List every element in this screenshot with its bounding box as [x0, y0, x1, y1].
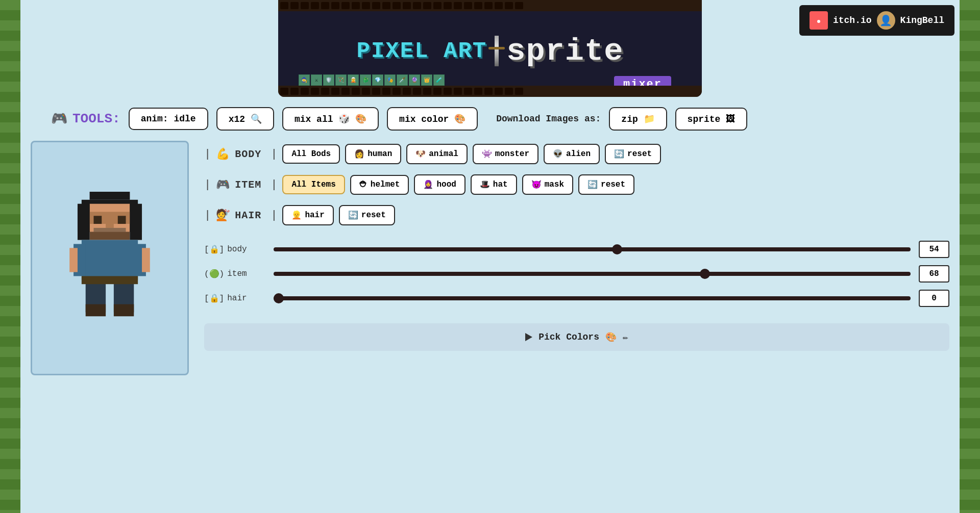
- mask-button[interactable]: 😈 mask: [522, 174, 573, 195]
- sprite-icon: 🗡️: [397, 74, 408, 86]
- monster-button[interactable]: 👾 monster: [473, 144, 538, 164]
- body-lock-icon: [🔒]: [204, 244, 224, 254]
- hair-reset-icon: 🔄: [348, 210, 358, 220]
- hair-person-icon: 👱: [291, 210, 302, 220]
- sprite-icon: 💎: [372, 74, 383, 86]
- body-label: BODY: [235, 148, 265, 160]
- sprite-icon: 🧪: [433, 74, 445, 86]
- filmstrip-hole: [464, 2, 472, 9]
- pipe-item: |: [204, 178, 211, 191]
- sprite-icon: 🧝: [348, 74, 359, 86]
- body-slider[interactable]: [274, 247, 911, 251]
- pipe-hair2: |: [271, 209, 277, 222]
- body-slider-label: body: [227, 245, 247, 254]
- filmstrip-hole: [341, 88, 350, 95]
- mix-all-label: mix all 🎲 🎨: [295, 113, 366, 124]
- body-reset-button[interactable]: 🔄 reset: [605, 144, 661, 164]
- body-selector-row: | 💪 BODY | All Bods 👩 human 🐶 animal 👾 m…: [204, 141, 949, 167]
- filmstrip-hole: [423, 2, 431, 9]
- sprite-icon: 🔮: [409, 74, 420, 86]
- filmstrip-hole: [352, 88, 360, 95]
- item-circle-icon: (🟢): [204, 269, 224, 279]
- helmet-label: helmet: [371, 180, 400, 189]
- svg-rect-13: [78, 204, 90, 240]
- filmstrip-hole: [382, 2, 390, 9]
- banner-container: PIXEL ART sprite mixer 🧙 ⚔️ 🛡️ 🏹 🧝 🐉 💎 🎭…: [278, 0, 702, 97]
- hair-selector-row: | 💇 HAIR | 👱 hair 🔄 reset: [204, 202, 949, 228]
- item-reset-button[interactable]: 🔄 reset: [578, 174, 634, 195]
- filmstrip-hole: [454, 2, 462, 9]
- filmstrip-hole: [352, 2, 360, 9]
- filmstrip-hole: [341, 2, 350, 9]
- user-avatar: 👤: [877, 11, 895, 30]
- tools-section: 🎮 TOOLS: anim: idle x12 🔍 mix all 🎲 🎨 mi…: [0, 107, 980, 141]
- filmstrip-hole: [280, 88, 288, 95]
- mix-all-button[interactable]: mix all 🎲 🎨: [282, 107, 379, 131]
- hat-button[interactable]: 🎩 hat: [471, 174, 517, 195]
- hair-button[interactable]: 👱 hair: [282, 205, 333, 225]
- tools-label: 🎮 TOOLS:: [51, 111, 120, 127]
- svg-rect-12: [90, 232, 130, 240]
- hat-icon: 🎩: [480, 179, 490, 190]
- hair-emoji-icon: 💇: [216, 209, 230, 222]
- mix-color-label: mix color 🎨: [399, 113, 465, 124]
- filmstrip-hole: [474, 2, 482, 9]
- filmstrip-hole: [505, 2, 513, 9]
- filmstrip-hole: [382, 88, 390, 95]
- zip-download-button[interactable]: zip 📁: [609, 107, 667, 131]
- filmstrip-hole: [372, 2, 380, 9]
- filmstrip-hole: [444, 88, 452, 95]
- anim-idle-button[interactable]: anim: idle: [129, 108, 208, 130]
- item-slider-wrap: [274, 269, 911, 279]
- filmstrip-hole: [423, 88, 431, 95]
- sprite-download-button[interactable]: sprite 🖼: [675, 108, 748, 131]
- filmstrip-hole: [495, 2, 503, 9]
- filmstrip-hole: [311, 2, 319, 9]
- item-reset-icon: 🔄: [587, 179, 598, 190]
- svg-rect-23: [114, 304, 134, 317]
- hair-label: HAIR: [235, 210, 265, 221]
- svg-rect-3: [90, 192, 130, 200]
- hood-icon: 🧕: [423, 179, 433, 190]
- helmet-button[interactable]: ⛑ helmet: [350, 175, 409, 195]
- item-slider-prefix: (🟢) item: [204, 269, 265, 279]
- svg-rect-18: [69, 248, 78, 272]
- controls-panel: | 💪 BODY | All Bods 👩 human 🐶 animal 👾 m…: [204, 141, 949, 375]
- hair-reset-button[interactable]: 🔄 reset: [339, 205, 395, 225]
- body-reset-icon: 🔄: [614, 149, 624, 159]
- hood-button[interactable]: 🧕 hood: [414, 174, 465, 195]
- animal-button[interactable]: 🐶 animal: [406, 144, 468, 164]
- itch-badge[interactable]: itch.io 👤 KingBell: [799, 5, 954, 36]
- filmstrip-hole: [505, 88, 513, 95]
- human-button[interactable]: 👩 human: [345, 144, 401, 164]
- hair-slider[interactable]: [274, 296, 911, 300]
- body-icon: 💪: [216, 147, 230, 161]
- filmstrip-hole: [393, 2, 401, 9]
- filmstrip-hole: [362, 2, 370, 9]
- main-content: | 💪 BODY | All Bods 👩 human 🐶 animal 👾 m…: [0, 141, 980, 375]
- body-slider-wrap: [274, 244, 911, 254]
- banner-title: PIXEL ART sprite: [357, 28, 624, 69]
- zoom-button[interactable]: x12 🔍: [216, 107, 274, 131]
- filmstrip-top: [278, 0, 702, 11]
- svg-rect-24: [82, 276, 138, 284]
- svg-rect-22: [86, 304, 106, 317]
- alien-button[interactable]: 👽 alien: [544, 144, 600, 164]
- filmstrip-hole: [321, 2, 329, 9]
- animal-label: animal: [429, 149, 458, 159]
- all-items-button[interactable]: All Items: [282, 175, 345, 194]
- filmstrip-hole: [403, 88, 411, 95]
- all-bods-button[interactable]: All Bods: [282, 144, 340, 164]
- pick-colors-bar[interactable]: Pick Colors 🎨 ✏️: [204, 323, 949, 351]
- download-label: Download Images as:: [496, 114, 601, 124]
- user-label: KingBell: [900, 15, 944, 25]
- sprite-icon: 🎭: [384, 74, 396, 86]
- sprite-label: sprite 🖼: [688, 114, 736, 124]
- all-items-label: All Items: [291, 180, 335, 189]
- item-slider-row: (🟢) item 68: [204, 265, 949, 283]
- svg-rect-1: [815, 16, 823, 19]
- body-slider-prefix: [🔒] body: [204, 244, 265, 254]
- item-slider[interactable]: [274, 272, 911, 276]
- mix-color-button[interactable]: mix color 🎨: [387, 107, 478, 131]
- filmstrip-hole: [484, 88, 493, 95]
